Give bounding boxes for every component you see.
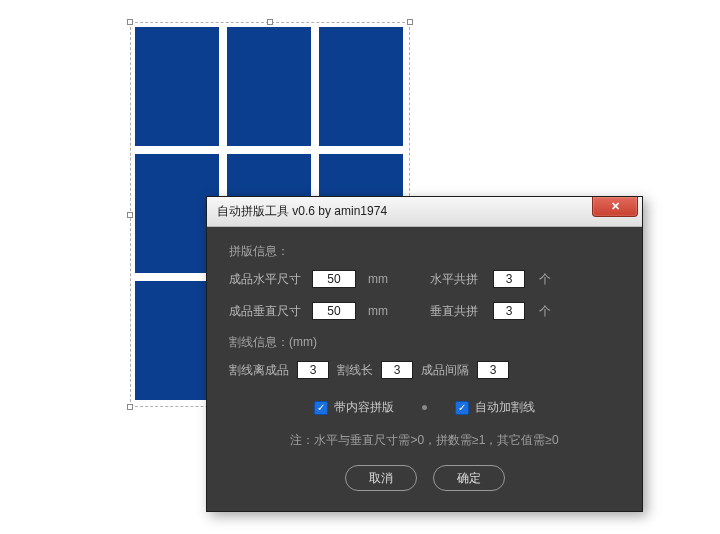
auto-cutline-checkbox[interactable]: ✓ 自动加割线 [455,399,535,416]
close-button[interactable] [592,197,638,217]
vert-size-row: 成品垂直尺寸 mm 垂直共拼 个 [229,302,620,320]
separator-dot [422,405,427,410]
horiz-count-input[interactable] [493,270,525,288]
selection-handle[interactable] [127,404,133,410]
cut-length-input[interactable] [381,361,413,379]
horiz-size-unit: mm [368,272,388,286]
piece-gap-input[interactable] [477,361,509,379]
cutline-row: 割线离成品 割线长 成品间隔 [229,361,620,379]
selection-handle[interactable] [127,212,133,218]
tile [319,27,403,146]
auto-impose-dialog: 自动拼版工具 v0.6 by amin1974 拼版信息： 成品水平尺寸 mm … [206,196,643,512]
vert-size-label: 成品垂直尺寸 [229,303,304,320]
with-content-checkbox[interactable]: ✓ 带内容拼版 [314,399,394,416]
vert-count-input[interactable] [493,302,525,320]
selection-handle[interactable] [407,19,413,25]
cut-gap-label: 割线离成品 [229,362,289,379]
vert-count-label: 垂直共拼 [430,303,485,320]
button-row: 取消 确定 [229,465,620,491]
horiz-size-input[interactable] [312,270,356,288]
auto-cutline-label: 自动加割线 [475,399,535,416]
piece-section-label: 拼版信息： [229,243,620,260]
tile [227,27,311,146]
horiz-count-label: 水平共拼 [430,271,485,288]
selection-handle[interactable] [267,19,273,25]
selection-handle[interactable] [127,19,133,25]
horiz-count-unit: 个 [539,271,551,288]
vert-size-input[interactable] [312,302,356,320]
cutline-section-label: 割线信息：(mm) [229,334,620,351]
note-text: 注：水平与垂直尺寸需>0，拼数需≥1，其它值需≥0 [229,432,620,449]
ok-button[interactable]: 确定 [433,465,505,491]
horiz-size-row: 成品水平尺寸 mm 水平共拼 个 [229,270,620,288]
cut-gap-input[interactable] [297,361,329,379]
tile [135,27,219,146]
dialog-title: 自动拼版工具 v0.6 by amin1974 [217,203,387,220]
dialog-titlebar[interactable]: 自动拼版工具 v0.6 by amin1974 [207,197,642,227]
cut-length-label: 割线长 [337,362,373,379]
dialog-body: 拼版信息： 成品水平尺寸 mm 水平共拼 个 成品垂直尺寸 mm 垂直共拼 个 … [207,227,642,491]
checkbox-checked-icon: ✓ [314,401,328,415]
cancel-button[interactable]: 取消 [345,465,417,491]
with-content-label: 带内容拼版 [334,399,394,416]
vert-count-unit: 个 [539,303,551,320]
horiz-size-label: 成品水平尺寸 [229,271,304,288]
piece-gap-label: 成品间隔 [421,362,469,379]
checkbox-checked-icon: ✓ [455,401,469,415]
checkbox-row: ✓ 带内容拼版 ✓ 自动加割线 [229,399,620,416]
vert-size-unit: mm [368,304,388,318]
